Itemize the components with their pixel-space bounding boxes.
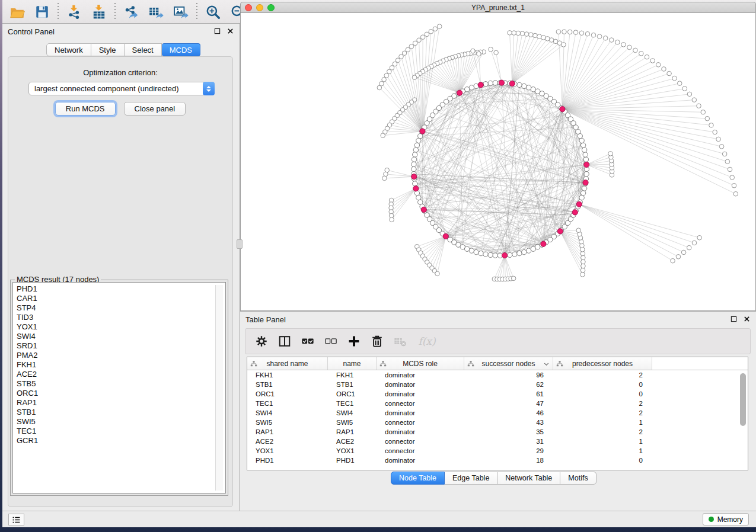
close-panel-button[interactable]: Close panel (124, 102, 186, 116)
mcds-result-item[interactable]: STB5 (17, 379, 225, 389)
mcds-hub-node[interactable] (557, 229, 563, 234)
network-leaf-node[interactable] (512, 31, 516, 36)
mcds-hub-node[interactable] (420, 129, 425, 134)
mcds-result-item[interactable]: ORC1 (17, 389, 225, 398)
network-leaf-node[interactable] (603, 36, 608, 41)
network-leaf-node[interactable] (382, 77, 387, 82)
column-header-predecessor-nodes[interactable]: predecessor nodes (553, 357, 652, 370)
network-leaf-node[interactable] (382, 176, 387, 181)
column-header-shared-name[interactable]: shared name (247, 357, 328, 370)
network-leaf-node[interactable] (692, 98, 697, 102)
network-leaf-node[interactable] (576, 228, 581, 233)
network-leaf-node[interactable] (579, 31, 584, 36)
network-leaf-node[interactable] (732, 183, 736, 188)
network-node[interactable] (469, 85, 474, 90)
network-leaf-node[interactable] (417, 38, 422, 43)
network-leaf-node[interactable] (553, 39, 558, 44)
network-node[interactable] (416, 195, 421, 200)
network-leaf-node[interactable] (381, 133, 385, 138)
mcds-hub-node[interactable] (499, 80, 504, 85)
column-header-successor-nodes[interactable]: successor nodes (464, 357, 553, 370)
network-node[interactable] (469, 248, 474, 253)
network-leaf-node[interactable] (429, 29, 433, 34)
network-leaf-node[interactable] (379, 81, 384, 86)
mcds-result-item[interactable]: PHD1 (17, 284, 225, 294)
network-leaf-node[interactable] (556, 30, 561, 34)
network-leaf-node[interactable] (705, 116, 710, 121)
network-node[interactable] (483, 252, 488, 257)
network-leaf-node[interactable] (581, 255, 586, 260)
network-leaf-node[interactable] (541, 36, 546, 40)
network-leaf-node[interactable] (390, 217, 394, 222)
mcds-result-item[interactable]: CAR1 (17, 294, 225, 303)
network-node[interactable] (582, 186, 586, 191)
network-leaf-node[interactable] (716, 137, 721, 142)
table-row[interactable]: FKH1FKH1dominator962 (247, 370, 748, 380)
export-network-button[interactable] (119, 2, 143, 22)
network-leaf-node[interactable] (667, 71, 672, 76)
network-leaf-node[interactable] (609, 38, 614, 43)
network-leaf-node[interactable] (562, 30, 567, 34)
network-leaf-node[interactable] (412, 75, 417, 80)
create-column-button[interactable] (347, 335, 361, 348)
network-leaf-node[interactable] (672, 76, 677, 81)
mcds-hub-node[interactable] (576, 201, 582, 207)
network-leaf-node[interactable] (681, 250, 686, 255)
network-leaf-node[interactable] (608, 152, 613, 156)
network-leaf-node[interactable] (730, 175, 735, 180)
network-leaf-node[interactable] (528, 33, 533, 37)
mcds-result-item[interactable]: SWI5 (17, 417, 225, 427)
network-leaf-node[interactable] (687, 245, 691, 250)
mcds-result-item[interactable]: PMA2 (17, 351, 225, 360)
network-leaf-node[interactable] (406, 47, 410, 52)
network-leaf-node[interactable] (508, 31, 512, 36)
export-image-button[interactable] (168, 2, 193, 22)
network-leaf-node[interactable] (580, 268, 585, 273)
network-leaf-node[interactable] (585, 31, 590, 36)
network-leaf-node[interactable] (722, 152, 727, 156)
network-leaf-node[interactable] (494, 50, 499, 55)
network-leaf-node[interactable] (581, 264, 586, 268)
network-node[interactable] (488, 252, 493, 257)
network-leaf-node[interactable] (687, 92, 692, 97)
network-leaf-node[interactable] (676, 255, 681, 259)
table-row[interactable]: SWI5SWI5connector431 (247, 418, 748, 427)
tab-node-table[interactable]: Node Table (391, 472, 445, 485)
network-leaf-node[interactable] (627, 45, 632, 50)
network-node[interactable] (582, 148, 586, 152)
network-leaf-node[interactable] (425, 32, 429, 37)
import-table-button[interactable] (87, 2, 111, 22)
network-leaf-node[interactable] (377, 85, 382, 90)
network-leaf-node[interactable] (537, 34, 542, 39)
panel-splitter-handle[interactable] (237, 239, 243, 249)
network-leaf-node[interactable] (433, 27, 438, 31)
network-leaf-node[interactable] (413, 41, 417, 46)
import-network-button[interactable] (62, 2, 87, 22)
network-leaf-node[interactable] (437, 24, 442, 29)
table-row[interactable]: SWI4SWI4dominator462 (247, 408, 748, 418)
network-leaf-node[interactable] (733, 191, 738, 196)
mcds-hub-node[interactable] (509, 81, 515, 86)
zoom-in-button[interactable] (200, 2, 225, 22)
network-leaf-node[interactable] (697, 235, 702, 240)
network-node[interactable] (412, 162, 416, 166)
tab-motifs[interactable]: Motifs (560, 472, 596, 485)
network-node[interactable] (416, 138, 421, 143)
mcds-result-item[interactable]: RAP1 (17, 398, 225, 408)
network-leaf-node[interactable] (682, 86, 687, 91)
mcds-hub-node[interactable] (421, 207, 426, 212)
network-node[interactable] (488, 81, 493, 85)
network-leaf-node[interactable] (639, 52, 644, 56)
save-session-button[interactable] (30, 2, 55, 22)
mcds-result-item[interactable]: ACE2 (17, 370, 225, 379)
mcds-result-item[interactable]: STP4 (17, 303, 225, 313)
network-leaf-node[interactable] (692, 241, 697, 245)
open-session-button[interactable] (5, 2, 30, 22)
network-node[interactable] (418, 133, 423, 138)
tab-style[interactable]: Style (91, 43, 125, 56)
mcds-result-item[interactable]: SRD1 (17, 341, 225, 351)
export-table-button[interactable] (143, 2, 168, 22)
network-node[interactable] (413, 181, 417, 186)
network-node[interactable] (579, 195, 584, 200)
network-leaf-node[interactable] (662, 67, 666, 72)
